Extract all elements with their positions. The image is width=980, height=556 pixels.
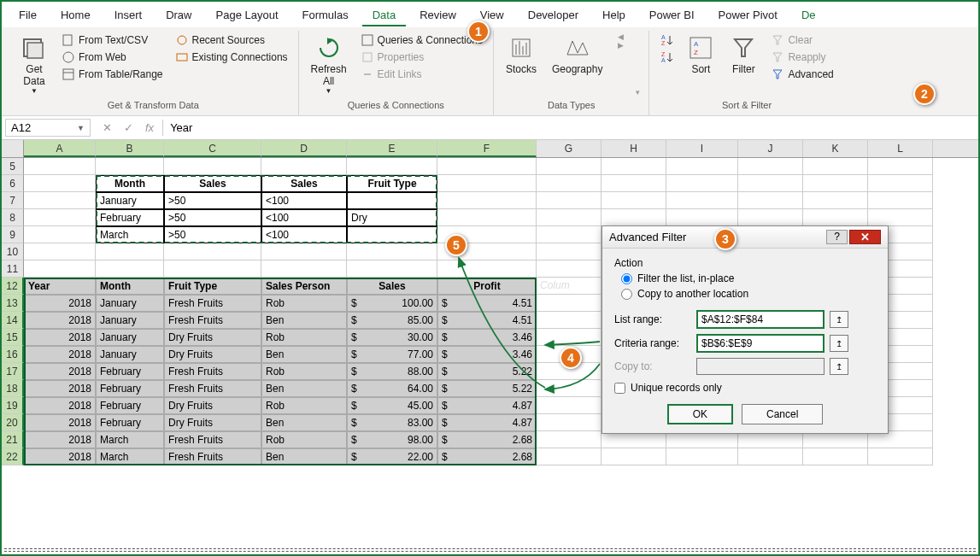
- cell[interactable]: $77.00: [347, 346, 437, 363]
- cell[interactable]: Rob: [261, 329, 347, 346]
- cell[interactable]: Fruit Type: [347, 175, 437, 192]
- cell[interactable]: [96, 243, 164, 260]
- cell[interactable]: [24, 243, 96, 260]
- cell[interactable]: $4.87: [437, 397, 537, 414]
- cell[interactable]: [537, 329, 601, 346]
- cell[interactable]: [437, 192, 537, 209]
- tab-formulas[interactable]: Formulas: [292, 3, 359, 26]
- cell[interactable]: [738, 175, 803, 192]
- tab-developer[interactable]: Developer: [518, 3, 589, 26]
- row-header[interactable]: 16: [2, 346, 24, 363]
- cell[interactable]: [738, 209, 803, 226]
- row-header[interactable]: 17: [2, 363, 24, 380]
- row-header[interactable]: 14: [2, 312, 24, 329]
- cell[interactable]: $22.00: [347, 448, 437, 465]
- col-header[interactable]: A: [24, 140, 96, 157]
- cell[interactable]: [803, 175, 868, 192]
- cell[interactable]: [261, 260, 347, 278]
- cell[interactable]: [803, 192, 868, 209]
- tab-home[interactable]: Home: [50, 3, 101, 26]
- cell[interactable]: <100: [261, 209, 347, 226]
- row-header[interactable]: 9: [2, 226, 24, 243]
- cell[interactable]: [437, 175, 537, 192]
- cell[interactable]: [537, 431, 601, 448]
- cell[interactable]: [738, 158, 803, 175]
- cell[interactable]: Sales Person: [261, 278, 347, 295]
- cell[interactable]: >50: [164, 192, 261, 209]
- cell[interactable]: [537, 243, 601, 260]
- cell[interactable]: [868, 209, 933, 226]
- cell[interactable]: [24, 226, 96, 243]
- cell[interactable]: [868, 448, 933, 465]
- cell[interactable]: $64.00: [347, 380, 437, 397]
- advanced-button[interactable]: Advanced: [767, 67, 836, 82]
- filter-button[interactable]: Filter: [725, 32, 762, 77]
- range-select-icon[interactable]: ↥: [830, 358, 848, 375]
- select-all-corner[interactable]: [2, 140, 24, 157]
- tab-power-pivot[interactable]: Power Pivot: [708, 3, 788, 26]
- cell[interactable]: [24, 260, 96, 278]
- unique-records-checkbox[interactable]: [614, 383, 625, 394]
- close-button[interactable]: ✕: [849, 230, 881, 244]
- cell[interactable]: [537, 209, 601, 226]
- cell[interactable]: [803, 431, 868, 448]
- cell[interactable]: Ben: [261, 380, 347, 397]
- cell[interactable]: $5.22: [437, 363, 537, 380]
- cell[interactable]: >50: [164, 209, 261, 226]
- cell[interactable]: [437, 158, 537, 175]
- cell[interactable]: [347, 226, 437, 243]
- cell[interactable]: [347, 243, 437, 260]
- cell[interactable]: [601, 431, 666, 448]
- cell[interactable]: Rob: [261, 363, 347, 380]
- col-header[interactable]: I: [666, 140, 738, 157]
- tab-page-layout[interactable]: Page Layout: [206, 3, 289, 26]
- cell[interactable]: January: [96, 192, 164, 209]
- cell[interactable]: 2018: [24, 397, 96, 414]
- cell[interactable]: [347, 158, 437, 175]
- range-select-icon[interactable]: ↥: [830, 335, 848, 352]
- cell[interactable]: 2018: [24, 414, 96, 431]
- col-header[interactable]: C: [164, 140, 261, 157]
- cell[interactable]: [164, 260, 261, 278]
- cell[interactable]: February: [96, 397, 164, 414]
- cell[interactable]: Ben: [261, 414, 347, 431]
- sort-desc-button[interactable]: ZA: [656, 50, 677, 65]
- cell[interactable]: [537, 312, 601, 329]
- chevron-down-icon[interactable]: ▼: [77, 124, 85, 132]
- cell[interactable]: 2018: [24, 329, 96, 346]
- row-header[interactable]: 18: [2, 380, 24, 397]
- clear-button[interactable]: Clear: [767, 32, 836, 48]
- row-header[interactable]: 19: [2, 397, 24, 414]
- cell[interactable]: [738, 192, 803, 209]
- row-header[interactable]: 15: [2, 329, 24, 346]
- cell[interactable]: 2018: [24, 448, 96, 465]
- cell[interactable]: Sales: [164, 175, 261, 192]
- cell[interactable]: Dry: [347, 209, 437, 226]
- from-table-range-button[interactable]: From Table/Range: [58, 67, 167, 82]
- tab-data[interactable]: Data: [362, 3, 406, 26]
- enter-icon[interactable]: ✓: [120, 121, 137, 134]
- cell[interactable]: Rob: [261, 295, 347, 312]
- help-button[interactable]: ?: [826, 230, 848, 244]
- cell[interactable]: Ben: [261, 346, 347, 363]
- cell[interactable]: Fresh Fruits: [164, 448, 261, 465]
- cell[interactable]: Dry Fruits: [164, 346, 261, 363]
- recent-sources-button[interactable]: Recent Sources: [172, 32, 291, 48]
- cell[interactable]: [666, 175, 738, 192]
- sort-asc-button[interactable]: AZ: [656, 32, 677, 48]
- cell[interactable]: Dry Fruits: [164, 397, 261, 414]
- cell[interactable]: Dry Fruits: [164, 329, 261, 346]
- cell[interactable]: <100: [261, 192, 347, 209]
- cell[interactable]: Dry Fruits: [164, 414, 261, 431]
- cell[interactable]: Month: [96, 175, 164, 192]
- row-header[interactable]: 21: [2, 431, 24, 448]
- cell[interactable]: [601, 158, 666, 175]
- cell[interactable]: [24, 209, 96, 226]
- cell[interactable]: <100: [261, 226, 347, 243]
- expand-icon[interactable]: ▾: [634, 86, 642, 98]
- col-header[interactable]: B: [96, 140, 164, 157]
- cell[interactable]: Month: [96, 278, 164, 295]
- filter-in-place-radio[interactable]: [621, 273, 632, 284]
- properties-button[interactable]: Properties: [357, 50, 486, 65]
- col-header[interactable]: G: [537, 140, 601, 157]
